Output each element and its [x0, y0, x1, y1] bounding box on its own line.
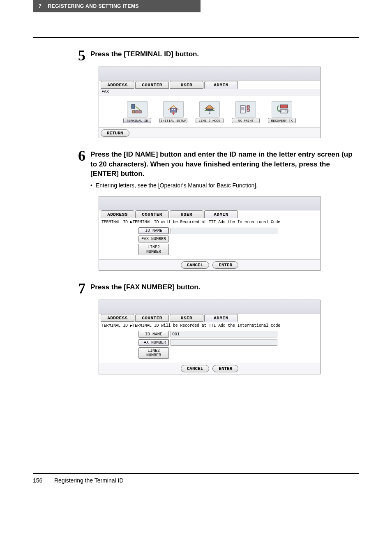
recovery-tx-label: RECOVERY TX: [268, 118, 296, 123]
rx-print-button[interactable]: RX PRINT: [231, 101, 260, 123]
tab-counter[interactable]: COUNTER: [135, 210, 169, 218]
id-name-button[interactable]: ID NAME: [138, 227, 169, 234]
initial-setup-icon: [163, 101, 184, 118]
svg-rect-2: [139, 111, 141, 113]
step-5: 5 Press the [TERMINAL ID] button. ADDRES…: [33, 49, 359, 138]
svg-rect-6: [174, 109, 175, 110]
id-name-button[interactable]: ID NAME: [138, 331, 169, 338]
step-7: 7 Press the [FAX NUMBER] button. ADDRESS…: [33, 282, 359, 374]
fax-number-button[interactable]: FAX NUMBER: [138, 339, 169, 346]
svg-rect-9: [240, 106, 245, 113]
step-title: Press the [ID NAME] button and enter the…: [90, 150, 359, 179]
page-number: 156: [33, 477, 53, 484]
recovery-tx-button[interactable]: JUL *** RECOVERY TX: [267, 101, 296, 123]
step-title: Press the [FAX NUMBER] button.: [90, 282, 359, 292]
svg-rect-4: [170, 108, 177, 112]
footer-title: Registering the Terminal ID: [54, 477, 124, 484]
terminal-id-button[interactable]: TERMINAL ID: [123, 101, 152, 123]
screenshot-terminal-id: ADDRESS COUNTER USER ADMIN FAX TERMINAL …: [99, 67, 321, 138]
recovery-tx-icon: JUL ***: [272, 101, 292, 118]
tab-user[interactable]: USER: [170, 314, 203, 322]
chapter-title: REGISTERING AND SETTING ITEMS: [48, 3, 139, 9]
chapter-number: 7: [39, 3, 42, 9]
tab-admin[interactable]: ADMIN: [204, 314, 238, 322]
cancel-button[interactable]: CANCEL: [181, 365, 210, 372]
tab-row: ADDRESS COUNTER USER ADMIN: [99, 81, 320, 89]
fax-label: FAX: [99, 89, 320, 95]
tab-address[interactable]: ADDRESS: [101, 81, 134, 89]
id-name-value: 001: [172, 332, 180, 337]
svg-rect-12: [280, 105, 288, 108]
step-number: 5: [78, 47, 85, 64]
svg-text:2: 2: [209, 111, 211, 115]
tab-admin[interactable]: ADMIN: [204, 210, 238, 218]
return-button[interactable]: RETURN: [101, 129, 129, 137]
rx-print-label: RX PRINT: [232, 118, 260, 123]
step-title: Press the [TERMINAL ID] button.: [90, 49, 359, 59]
svg-rect-1: [136, 111, 138, 113]
tab-address[interactable]: ADDRESS: [101, 314, 134, 322]
line2-mode-icon: 2: [199, 101, 220, 118]
line2-mode-label: LINE-2 MODE: [196, 118, 224, 123]
top-rule: [33, 37, 359, 38]
tab-admin[interactable]: ADMIN: [204, 81, 238, 89]
svg-rect-0: [131, 104, 135, 108]
svg-text:JUL ***: JUL ***: [279, 110, 289, 113]
tab-address[interactable]: ADDRESS: [101, 210, 134, 218]
screenshot-id-name: ADDRESS COUNTER USER ADMIN TERMINAL ID ▶…: [99, 196, 321, 271]
step-bullet: Entering letters, see the [Operator's Ma…: [90, 182, 359, 189]
step-6: 6 Press the [ID NAME] button and enter t…: [33, 150, 359, 271]
rx-print-icon: [235, 101, 256, 118]
initial-setup-label: INITIAL SETUP: [159, 118, 187, 123]
step-number: 7: [78, 280, 85, 297]
chapter-header: 7 REGISTERING AND SETTING ITEMS: [33, 0, 201, 12]
fax-number-field[interactable]: [171, 339, 277, 346]
terminal-id-label: TERMINAL ID: [123, 118, 151, 123]
step-number: 6: [78, 147, 85, 164]
tab-counter[interactable]: COUNTER: [135, 314, 169, 322]
fax-number-button[interactable]: FAX NUMBER: [138, 235, 169, 242]
cancel-button[interactable]: CANCEL: [181, 261, 210, 269]
id-name-field[interactable]: 001: [171, 331, 277, 337]
tab-counter[interactable]: COUNTER: [135, 81, 169, 89]
line2-number-button[interactable]: LINE2 NUMBER: [138, 347, 169, 359]
page-footer: 156 Registering the Terminal ID: [33, 473, 359, 484]
tab-row: ADDRESS COUNTER USER ADMIN: [99, 210, 320, 218]
initial-setup-button[interactable]: INITIAL SETUP: [159, 101, 188, 123]
terminal-message: TERMINAL ID ▶TERMINAL ID will be Recorde…: [99, 218, 320, 226]
tab-row: ADDRESS COUNTER USER ADMIN: [99, 314, 320, 322]
terminal-id-icon: [127, 101, 148, 118]
terminal-message: TERMINAL ID ▶TERMINAL ID will be Recorde…: [99, 322, 320, 329]
line2-number-button[interactable]: LINE2 NUMBER: [138, 244, 169, 255]
screenshot-fax-number: ADDRESS COUNTER USER ADMIN TERMINAL ID ▶…: [99, 300, 321, 374]
enter-button[interactable]: ENTER: [212, 261, 238, 269]
svg-rect-5: [172, 109, 173, 110]
tab-user[interactable]: USER: [170, 210, 203, 218]
svg-rect-3: [132, 111, 135, 113]
id-name-field[interactable]: [171, 228, 277, 234]
enter-button[interactable]: ENTER: [212, 365, 238, 372]
line2-mode-button[interactable]: 2 LINE-2 MODE: [195, 101, 224, 123]
bullet-text: Entering letters, see the [Operator's Ma…: [96, 182, 258, 189]
tab-user[interactable]: USER: [170, 81, 203, 89]
